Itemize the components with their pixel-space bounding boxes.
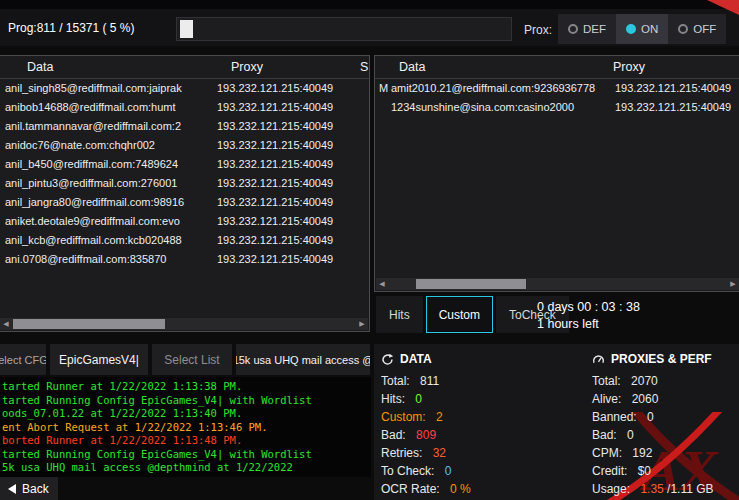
grid-header: Data Proxy <box>375 56 739 79</box>
scroll-right-icon[interactable]: ▶ <box>356 318 368 330</box>
scrollbar-thumb[interactable] <box>416 279 526 289</box>
stat-label: Hits: <box>381 392 405 406</box>
stat-label: Usage: <box>592 482 630 496</box>
stat-label: CPM: <box>592 446 622 460</box>
stat-label: Retries: <box>381 446 422 460</box>
proxy-mode-off[interactable]: OFF <box>668 14 726 44</box>
stat-label: OCR Rate: <box>381 482 440 496</box>
log-line: oods_07.01.22 at 1/22/2022 1:13:40 PM. <box>2 407 371 421</box>
scroll-left-icon[interactable]: ◀ <box>376 278 388 290</box>
horizontal-scrollbar[interactable]: ◀ ▶ <box>0 318 368 330</box>
column-header-proxy[interactable]: Proxy <box>613 60 645 74</box>
data-cell: ani.0708@rediffmail.com:835870 <box>5 253 215 265</box>
wordlist-name-button[interactable]: 15k usa UHQ mail access @ <box>236 344 370 375</box>
stat-total: Total: 811 <box>381 372 471 390</box>
data-cell: anil_singh85@rediffmail.com:jaiprak <box>5 82 215 94</box>
proxy-mode-radio-group: DEF ON OFF <box>558 14 726 44</box>
stat-tocheck: To Check: 0 <box>381 462 471 480</box>
data-row[interactable]: ani.0708@rediffmail.com:835870 193.232.1… <box>0 250 369 269</box>
proxy-mode-def[interactable]: DEF <box>558 14 616 44</box>
log-line: 5k usa UHQ mail access @depthmind at 1/2… <box>2 461 371 475</box>
prefix-cell: M <box>379 82 388 94</box>
data-row[interactable]: anibob14688@rediffmail.com:humt 193.232.… <box>0 98 369 117</box>
back-arrow-icon <box>8 484 16 494</box>
data-row[interactable]: anil.tammannavar@rediffmail.com:2 193.23… <box>0 117 369 136</box>
log-text: tarted Running Config EpicGames_V4| with… <box>2 448 312 460</box>
stat-value: 0 % <box>450 482 471 496</box>
data-cell: anil_pintu3@rediffmail.com:276001 <box>5 177 215 189</box>
section-title: PROXIES & PERF <box>611 352 712 366</box>
data-row[interactable]: anil_kcb@rediffmail.com:kcb020488 193.23… <box>0 231 369 250</box>
stat-label: Bad: <box>381 428 406 442</box>
stat-ocr-rate: OCR Rate: 0 % <box>381 480 471 498</box>
stat-bad: Bad: 809 <box>381 426 471 444</box>
data-cell: anibob14688@rediffmail.com:humt <box>5 101 215 113</box>
data-cell: anidoc76@nate.com:chqhr002 <box>5 139 215 151</box>
stat-value: 2070 <box>631 374 658 388</box>
stat-value: 0 <box>415 392 422 406</box>
data-stats-section: DATA Total: 811 Hits: 0 Custom: 2 Bad: 8… <box>381 350 471 498</box>
stat-value-suffix: /1.11 GB <box>667 482 713 496</box>
select-list-button[interactable]: Select List <box>152 344 232 375</box>
column-header-proxy[interactable]: Proxy <box>231 60 263 74</box>
horizontal-scrollbar[interactable]: ◀ ▶ <box>376 278 739 290</box>
scroll-right-icon[interactable]: ▶ <box>727 278 739 290</box>
stat-credit: Credit: $0 <box>592 462 714 480</box>
log-line: ent Abort Request at 1/22/2022 1:13:46 P… <box>2 421 371 435</box>
scrollbar-thumb[interactable] <box>13 319 165 329</box>
radio-icon <box>678 24 688 34</box>
data-row[interactable]: anil_pintu3@rediffmail.com:276001 193.23… <box>0 174 369 193</box>
result-row[interactable]: 1234sunshine@sina.com:casino2000 193.232… <box>375 98 739 117</box>
column-header-data[interactable]: Data <box>27 60 53 74</box>
stat-value: 2 <box>436 410 443 424</box>
stat-value: 192 <box>632 446 652 460</box>
corner-ribbon-decoration <box>697 0 739 15</box>
select-config-button[interactable]: elect CFG <box>0 344 46 375</box>
topbar: Prog:811 / 15371 ( 5 %) Prox: DEF ON OFF <box>0 0 739 46</box>
proxy-cell: 193.232.121.215:40049 <box>217 120 333 132</box>
tab-hits[interactable]: Hits <box>376 296 423 333</box>
stat-cpm: CPM: 192 <box>592 444 714 462</box>
back-button[interactable]: Back <box>0 477 58 500</box>
log-line: borted Runner at 1/22/2022 1:13:48 PM. <box>2 434 371 448</box>
radio-label: ON <box>641 23 658 35</box>
data-row[interactable]: anidoc76@nate.com:chqhr002 193.232.121.2… <box>0 136 369 155</box>
stat-hits: Hits: 0 <box>381 390 471 408</box>
stat-label: Credit: <box>592 464 627 478</box>
proxy-cell: 193.232.121.215:40049 <box>615 82 731 94</box>
log-text: tarted Running Config EpicGames_V4| with… <box>2 394 312 406</box>
proxies-stats-section: PROXIES & PERF Total: 2070 Alive: 2060 B… <box>592 350 714 498</box>
result-row[interactable]: M amit2010.21@rediffmail.com:9236936778 … <box>375 79 739 98</box>
proxy-cell: 193.232.121.215:40049 <box>217 139 333 151</box>
stat-label: Alive: <box>592 392 621 406</box>
slider-handle[interactable] <box>180 20 193 38</box>
stat-value: 2060 <box>632 392 659 406</box>
stat-label: Banned: <box>592 410 637 424</box>
data-row[interactable]: aniket.deotale9@rediffmail.com:evo 193.2… <box>0 212 369 231</box>
column-header-data[interactable]: Data <box>399 60 425 74</box>
config-name-button[interactable]: EpicGamesV4| <box>50 344 148 375</box>
data-row[interactable]: anil_b450@rediffmail.com:7489624 193.232… <box>0 155 369 174</box>
data-row[interactable]: anil_singh85@rediffmail.com:jaiprak 193.… <box>0 79 369 98</box>
progress-label: Prog:811 / 15371 ( 5 %) <box>8 21 135 35</box>
remaining-time: 1 hours left <box>537 316 640 333</box>
radio-icon <box>568 24 578 34</box>
stats-panel: AX DATA Total: 811 Hits: 0 Custom: 2 <box>374 344 739 500</box>
column-header-status[interactable]: S <box>360 60 368 74</box>
stat-custom: Custom: 2 <box>381 408 471 426</box>
proxy-mode-on[interactable]: ON <box>616 14 668 44</box>
section-title: DATA <box>400 352 432 366</box>
tab-custom[interactable]: Custom <box>426 296 493 333</box>
stat-label: Total: <box>592 374 621 388</box>
data-row[interactable]: anil_jangra80@rediffmail.com:98916 193.2… <box>0 193 369 212</box>
log-text: tarted Runner at 1/22/2022 1:13:38 PM. <box>2 380 242 392</box>
log-line: tarted Running Config EpicGames_V4| with… <box>2 394 371 408</box>
scroll-left-icon[interactable]: ◀ <box>0 318 12 330</box>
stat-label: Bad: <box>592 428 617 442</box>
elapsed-time: 0 days 00 : 03 : 38 <box>537 299 640 316</box>
stat-retries: Retries: 32 <box>381 444 471 462</box>
data-cell: anil_jangra80@rediffmail.com:98916 <box>5 196 215 208</box>
proxy-cell: 193.232.121.215:40049 <box>615 101 731 113</box>
bots-slider[interactable] <box>176 17 512 41</box>
stat-value: 1.35 <box>640 482 663 496</box>
